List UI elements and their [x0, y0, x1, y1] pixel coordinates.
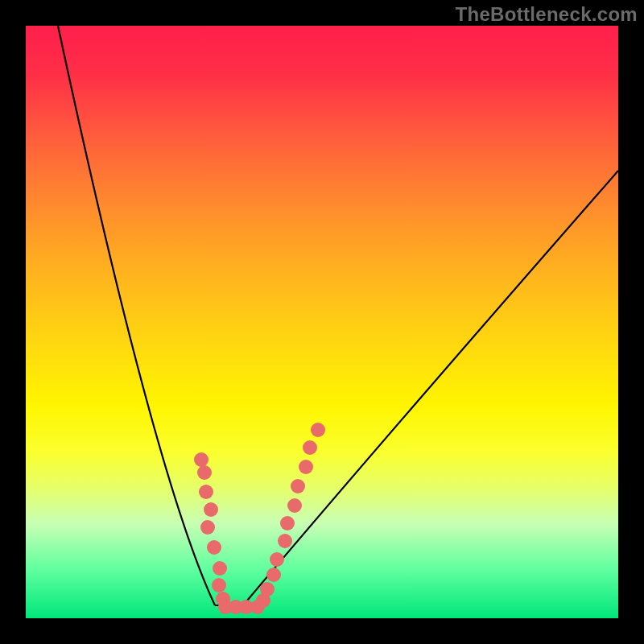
data-dot	[266, 568, 281, 582]
data-dot	[207, 540, 221, 555]
data-dot	[287, 498, 302, 513]
left-curve	[58, 26, 215, 605]
chart-frame: TheBottleneck.com	[0, 0, 644, 644]
data-dot	[200, 520, 215, 535]
data-dot	[303, 440, 317, 455]
data-dot	[270, 552, 284, 567]
data-dot	[280, 516, 295, 530]
curves-layer	[26, 26, 618, 618]
data-dot	[299, 460, 313, 474]
data-dot	[204, 502, 218, 517]
data-dot	[199, 485, 213, 499]
right-curve	[243, 171, 618, 605]
data-dot	[311, 423, 325, 437]
data-dot	[194, 452, 208, 467]
data-dot	[278, 534, 292, 548]
data-dot	[213, 561, 227, 576]
data-dot	[291, 479, 305, 493]
data-dot	[260, 582, 275, 597]
watermark-text: TheBottleneck.com	[456, 3, 638, 26]
data-dot	[212, 578, 226, 592]
data-dot	[197, 465, 212, 480]
